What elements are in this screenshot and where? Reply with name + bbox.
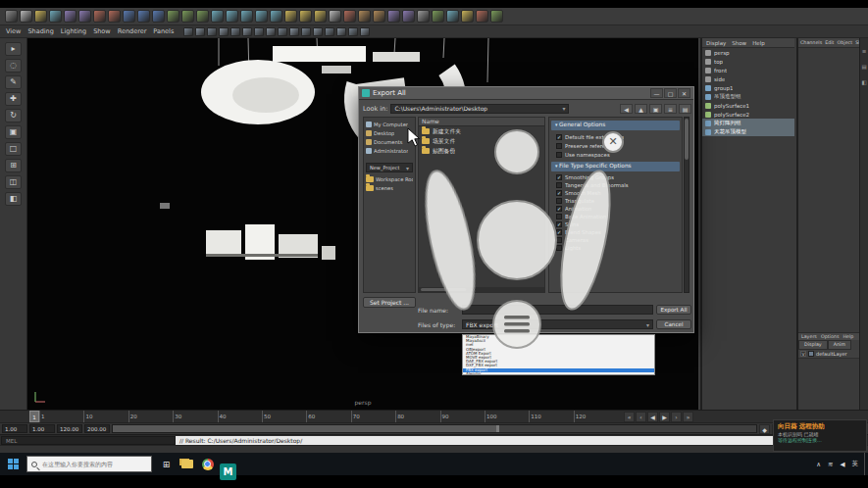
- checkbox-icon[interactable]: [556, 190, 562, 196]
- step-back-key-button[interactable]: ‹: [636, 412, 646, 422]
- option-checkbox-row[interactable]: Smooth Mesh: [549, 189, 682, 197]
- hypershade-icon[interactable]: [432, 10, 444, 23]
- tray-network-icon[interactable]: ≋: [828, 461, 833, 468]
- export-all-button[interactable]: Export All: [656, 305, 691, 315]
- undo-icon[interactable]: [64, 10, 77, 23]
- render-settings-icon[interactable]: [417, 10, 430, 23]
- timeline-tick[interactable]: 30: [173, 411, 217, 422]
- snap-curve-icon[interactable]: [181, 10, 194, 23]
- lasso-tool-icon[interactable]: ◌: [5, 59, 22, 73]
- bookmark-item[interactable]: My Computer: [366, 120, 413, 128]
- timeline-tick[interactable]: 100: [485, 411, 529, 422]
- file-type-options-header[interactable]: File Type Specific Options: [551, 162, 680, 171]
- range-slider-bar[interactable]: [113, 425, 499, 432]
- project-folder-item[interactable]: Workspace Root: [366, 174, 413, 183]
- files-of-type-combo[interactable]: FBX export: [462, 319, 653, 329]
- motion-blur-icon[interactable]: [278, 27, 287, 36]
- tool-settings-tab-icon[interactable]: ◧: [861, 79, 866, 85]
- layout-single-pane-icon[interactable]: □: [5, 142, 22, 156]
- project-folder-item[interactable]: scenes: [366, 183, 413, 192]
- outliner-menu[interactable]: Help: [752, 40, 765, 45]
- curve-cv-icon[interactable]: [284, 10, 297, 23]
- scrollbar-thumb[interactable]: [685, 119, 689, 160]
- poly-cube-icon[interactable]: [226, 10, 238, 23]
- start-button[interactable]: [0, 453, 26, 475]
- snap-grid-icon[interactable]: [167, 10, 179, 23]
- timeline-tick[interactable]: 10: [83, 411, 128, 422]
- curve-ep-icon[interactable]: [299, 10, 312, 23]
- layout-outliner-persp-icon[interactable]: ◧: [5, 192, 22, 206]
- timeline-tick[interactable]: 40: [218, 411, 262, 422]
- remote-assist-notification[interactable]: 向日葵 远程协助 本机识别码 已就绪 等待远程控制连接...: [773, 419, 867, 452]
- tray-expand-icon[interactable]: ∧: [816, 461, 821, 468]
- task-view-icon[interactable]: ⊞: [158, 456, 175, 472]
- bookmark-item[interactable]: Administrator: [366, 146, 413, 155]
- option-checkbox-row[interactable]: Cameras: [549, 236, 682, 244]
- select-icon[interactable]: [93, 10, 106, 23]
- timeline-tick[interactable]: 1: [39, 411, 83, 422]
- area-light-icon[interactable]: [373, 10, 385, 23]
- file-item[interactable]: 贴图备份: [419, 146, 544, 156]
- current-frame-marker[interactable]: 1: [29, 411, 39, 422]
- layer-row[interactable]: V defaultLayer: [798, 350, 859, 359]
- snap-magnet-icon[interactable]: [195, 27, 205, 36]
- pencil-curve-icon[interactable]: [314, 10, 327, 23]
- outliner-item[interactable]: polySurface1: [702, 101, 794, 110]
- layer-tab[interactable]: Display: [798, 340, 828, 350]
- option-checkbox-row[interactable]: Bake Animation: [549, 213, 682, 220]
- wireframe-icon[interactable]: [207, 27, 217, 36]
- use-lights-icon[interactable]: [242, 27, 252, 36]
- options-scrollbar[interactable]: [684, 117, 689, 293]
- poly-torus-icon[interactable]: [270, 10, 282, 23]
- maya-taskbar-icon[interactable]: M: [220, 464, 236, 480]
- range-field[interactable]: 120.00: [57, 424, 82, 433]
- option-checkbox-row[interactable]: Lights: [549, 244, 682, 252]
- layer-tab[interactable]: Anim: [828, 340, 851, 350]
- select-tool-icon[interactable]: ▸: [5, 42, 22, 56]
- screen-ao-icon[interactable]: [266, 27, 276, 36]
- list-view-icon[interactable]: ≡: [664, 104, 677, 114]
- outliner-item[interactable]: front: [702, 66, 794, 74]
- layout-two-pane-icon[interactable]: ◫: [5, 175, 22, 189]
- play-forwards-button[interactable]: ▶: [659, 412, 670, 422]
- option-checkbox-row[interactable]: Triangulate: [549, 197, 682, 205]
- timeline-tick[interactable]: 80: [395, 411, 439, 422]
- layer-color-swatch[interactable]: [808, 351, 814, 357]
- channel-box-menu[interactable]: Object: [838, 40, 853, 45]
- taskbar-search[interactable]: [26, 456, 152, 472]
- layout-four-pane-icon[interactable]: ⊞: [5, 159, 22, 172]
- grid-toggle-icon[interactable]: [183, 27, 193, 36]
- text-tool-icon[interactable]: [329, 10, 341, 23]
- layer-menu[interactable]: Options: [821, 334, 840, 339]
- checkbox-icon[interactable]: [556, 221, 562, 227]
- option-checkbox-row[interactable]: Skins: [549, 220, 682, 228]
- range-field[interactable]: 200.00: [84, 424, 110, 433]
- viewport-menu[interactable]: Panels: [153, 27, 174, 35]
- name-column-header[interactable]: Name: [419, 118, 544, 126]
- exposure-icon[interactable]: [360, 27, 370, 36]
- back-icon[interactable]: ◀: [620, 104, 633, 114]
- option-checkbox-row[interactable]: Blend Shapes: [549, 228, 682, 236]
- move-icon[interactable]: [123, 10, 135, 23]
- shadows-icon[interactable]: [254, 27, 264, 36]
- scale-tool-icon[interactable]: ▣: [5, 125, 22, 139]
- rotate-icon[interactable]: [137, 10, 150, 23]
- plugin-icon[interactable]: [476, 10, 488, 23]
- outliner-icon[interactable]: [461, 10, 474, 23]
- checkbox-icon[interactable]: [556, 134, 562, 140]
- timeline-tick[interactable]: 20: [128, 411, 173, 422]
- open-scene-icon[interactable]: [34, 10, 47, 23]
- file-type-option[interactable]: Alembic: [463, 372, 654, 375]
- file-name-input[interactable]: [462, 305, 653, 315]
- viewport-menu[interactable]: Show: [93, 27, 111, 35]
- dialog-titlebar[interactable]: Export All —▢✕: [359, 87, 693, 100]
- checkbox-icon[interactable]: [556, 229, 562, 235]
- camera-attributes-icon[interactable]: [289, 27, 299, 36]
- command-input[interactable]: MEL: [1, 436, 176, 445]
- range-field[interactable]: 1.00: [2, 424, 27, 433]
- file-explorer-icon[interactable]: [179, 456, 195, 472]
- timeline-tick[interactable]: 120: [574, 411, 618, 422]
- attribute-editor-tab-icon[interactable]: ▤: [861, 64, 866, 70]
- file-item[interactable]: 场景文件: [419, 136, 544, 146]
- checkbox-icon[interactable]: [556, 214, 562, 220]
